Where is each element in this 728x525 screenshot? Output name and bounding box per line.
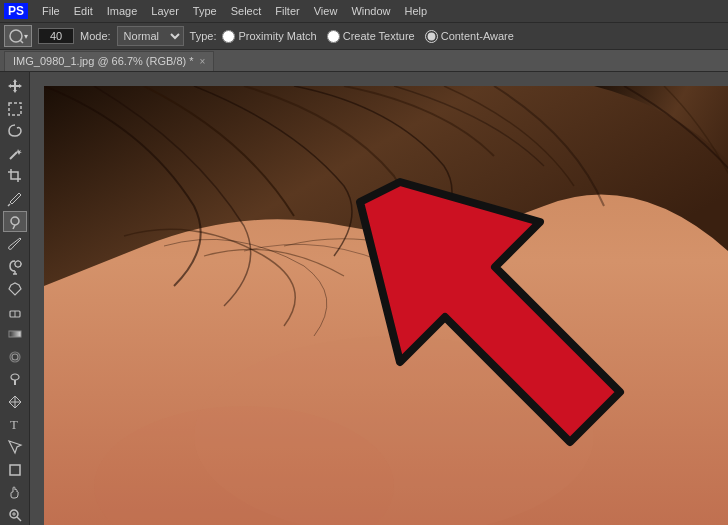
brush-size-input[interactable]: 40 bbox=[38, 28, 74, 44]
menu-help[interactable]: Help bbox=[399, 3, 434, 19]
crop-icon bbox=[7, 168, 23, 184]
mode-label: Mode: bbox=[80, 30, 111, 42]
svg-point-18 bbox=[12, 354, 18, 360]
tool-gradient[interactable] bbox=[3, 324, 27, 345]
brush-icon bbox=[8, 28, 24, 44]
brush-tool-icon bbox=[7, 236, 23, 252]
svg-line-24 bbox=[17, 517, 21, 521]
tool-eraser[interactable] bbox=[3, 301, 27, 322]
lasso-icon bbox=[7, 123, 23, 139]
tool-lasso[interactable] bbox=[3, 121, 27, 142]
history-brush-icon bbox=[7, 281, 23, 297]
menu-filter[interactable]: Filter bbox=[269, 3, 305, 19]
menu-layer[interactable]: Layer bbox=[145, 3, 185, 19]
toolbar: T bbox=[0, 72, 30, 525]
dodge-icon bbox=[7, 371, 23, 387]
tool-magic-wand[interactable] bbox=[3, 144, 27, 165]
pen-icon bbox=[7, 394, 23, 410]
photo-canvas bbox=[44, 86, 728, 525]
svg-rect-22 bbox=[10, 465, 20, 475]
tool-clone-stamp[interactable] bbox=[3, 256, 27, 277]
tool-history-brush[interactable] bbox=[3, 279, 27, 300]
brush-preset-button[interactable]: ▾ bbox=[4, 25, 32, 47]
spot-heal-icon bbox=[7, 214, 23, 230]
svg-line-1 bbox=[20, 40, 23, 43]
tool-hand[interactable] bbox=[3, 482, 27, 503]
text-tool-icon: T bbox=[7, 416, 23, 432]
menu-bar: PS File Edit Image Layer Type Select Fil… bbox=[0, 0, 728, 22]
tool-pen[interactable] bbox=[3, 392, 27, 413]
ps-logo: PS bbox=[4, 3, 28, 19]
svg-point-5 bbox=[11, 217, 19, 225]
ruler-horizontal bbox=[30, 72, 728, 86]
tool-spot-heal[interactable] bbox=[3, 211, 27, 232]
svg-point-19 bbox=[11, 374, 19, 380]
brush-dropdown-arrow: ▾ bbox=[24, 32, 28, 41]
tool-crop[interactable] bbox=[3, 166, 27, 187]
document-tab[interactable]: IMG_0980_1.jpg @ 66.7% (RGB/8) * × bbox=[4, 51, 214, 71]
radio-content-aware-label: Content-Aware bbox=[441, 30, 514, 42]
main-layout: T bbox=[0, 72, 728, 525]
tool-text[interactable]: T bbox=[3, 414, 27, 435]
clone-stamp-icon bbox=[7, 259, 23, 275]
eraser-icon bbox=[7, 304, 23, 320]
svg-line-6 bbox=[13, 225, 15, 229]
menu-select[interactable]: Select bbox=[225, 3, 268, 19]
tool-path-select[interactable] bbox=[3, 437, 27, 458]
brush-preset-area: ▾ bbox=[4, 25, 32, 47]
tool-move[interactable] bbox=[3, 76, 27, 97]
radio-content-aware[interactable]: Content-Aware bbox=[425, 30, 514, 43]
tool-brush[interactable] bbox=[3, 234, 27, 255]
menu-type[interactable]: Type bbox=[187, 3, 223, 19]
radio-create-texture[interactable]: Create Texture bbox=[327, 30, 415, 43]
svg-point-9 bbox=[15, 261, 21, 267]
menu-edit[interactable]: Edit bbox=[68, 3, 99, 19]
blur-icon bbox=[7, 349, 23, 365]
tool-eyedropper[interactable] bbox=[3, 189, 27, 210]
tool-marquee[interactable] bbox=[3, 99, 27, 120]
tab-filename: IMG_0980_1.jpg @ 66.7% (RGB/8) * bbox=[13, 55, 194, 67]
type-label: Type: bbox=[190, 30, 217, 42]
menu-view[interactable]: View bbox=[308, 3, 344, 19]
radio-content-aware-input[interactable] bbox=[425, 30, 438, 43]
menu-image[interactable]: Image bbox=[101, 3, 144, 19]
gradient-icon bbox=[7, 326, 23, 342]
svg-line-3 bbox=[10, 152, 17, 159]
radio-create-texture-input[interactable] bbox=[327, 30, 340, 43]
shape-icon bbox=[7, 462, 23, 478]
radio-proximity-match-input[interactable] bbox=[222, 30, 235, 43]
magic-wand-icon bbox=[7, 146, 23, 162]
marquee-icon bbox=[7, 101, 23, 117]
radio-proximity-match-label: Proximity Match bbox=[238, 30, 316, 42]
svg-line-4 bbox=[8, 204, 10, 206]
tool-zoom[interactable] bbox=[3, 504, 27, 525]
eyedropper-icon bbox=[7, 191, 23, 207]
mode-dropdown[interactable]: Normal Replace bbox=[117, 26, 184, 46]
svg-text:T: T bbox=[10, 417, 18, 432]
path-select-icon bbox=[7, 439, 23, 455]
tool-blur[interactable] bbox=[3, 347, 27, 368]
menu-file[interactable]: File bbox=[36, 3, 66, 19]
tool-dodge[interactable] bbox=[3, 369, 27, 390]
hand-icon bbox=[7, 484, 23, 500]
type-radio-group: Proximity Match Create Texture Content-A… bbox=[222, 30, 513, 43]
menu-window[interactable]: Window bbox=[345, 3, 396, 19]
svg-rect-16 bbox=[9, 331, 21, 337]
options-bar: ▾ 40 Mode: Normal Replace Type: Proximit… bbox=[0, 22, 728, 50]
tab-bar: IMG_0980_1.jpg @ 66.7% (RGB/8) * × bbox=[0, 50, 728, 72]
radio-create-texture-label: Create Texture bbox=[343, 30, 415, 42]
move-icon bbox=[7, 78, 23, 94]
zoom-icon bbox=[7, 507, 23, 523]
radio-proximity-match[interactable]: Proximity Match bbox=[222, 30, 316, 43]
ruler-vertical bbox=[30, 86, 44, 525]
svg-rect-2 bbox=[9, 103, 21, 115]
tool-shape[interactable] bbox=[3, 459, 27, 480]
canvas-area[interactable] bbox=[30, 72, 728, 525]
tab-close-button[interactable]: × bbox=[200, 56, 206, 67]
